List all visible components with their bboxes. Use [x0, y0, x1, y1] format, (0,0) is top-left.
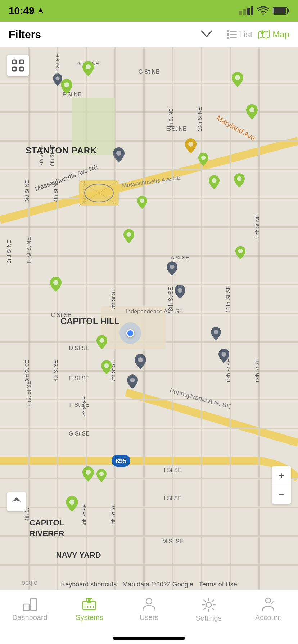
wifi-icon [257, 6, 269, 15]
svg-rect-5 [287, 9, 289, 12]
green-pin[interactable] [66, 496, 78, 512]
gray-pin[interactable] [211, 327, 221, 340]
zoom-in-button[interactable]: + [272, 466, 291, 485]
svg-rect-7 [227, 30, 229, 32]
filters-label: Filters [9, 28, 201, 41]
green-pin[interactable] [137, 196, 147, 209]
svg-rect-9 [227, 37, 229, 39]
svg-point-114 [69, 499, 75, 505]
green-pin[interactable] [123, 229, 134, 243]
svg-point-115 [55, 76, 59, 80]
systems-label: Systems [76, 613, 103, 622]
svg-point-104 [212, 178, 216, 183]
filter-bar: Filters List Map [0, 22, 298, 47]
green-pin[interactable] [246, 104, 258, 119]
green-pin[interactable] [82, 61, 94, 76]
svg-point-111 [104, 363, 109, 368]
green-pin[interactable] [101, 360, 112, 374]
gray-pin[interactable] [53, 73, 62, 86]
keyboard-shortcuts-link[interactable]: Keyboard shortcuts [61, 581, 117, 588]
bottom-nav: Dashboard Systems Users Settin [0, 590, 298, 644]
svg-point-116 [116, 151, 121, 156]
nav-settings[interactable]: Settings [179, 598, 239, 622]
svg-rect-3 [251, 6, 253, 15]
dashboard-label: Dashboard [12, 613, 48, 622]
my-location-button[interactable] [7, 492, 26, 511]
map-label: Map [272, 29, 289, 40]
svg-point-101 [235, 75, 240, 80]
map-container[interactable]: 695 G St NE F St NE E St NE A St SE C St… [0, 47, 298, 590]
green-pin[interactable] [198, 152, 208, 166]
gray-pin[interactable] [175, 285, 185, 299]
zoom-controls: + − [272, 466, 291, 504]
green-pin[interactable] [209, 175, 220, 189]
map-view-button[interactable]: Map [258, 29, 289, 40]
zoom-out-button[interactable]: − [272, 485, 291, 504]
status-icons [239, 6, 289, 15]
svg-point-99 [86, 64, 91, 69]
svg-point-106 [140, 199, 144, 203]
terms-of-use-link[interactable]: Terms of Use [199, 581, 237, 588]
nav-systems[interactable]: Systems [60, 598, 119, 622]
view-toggle: List Map [227, 29, 289, 40]
signal-icon [239, 6, 253, 15]
green-pin[interactable] [82, 466, 94, 482]
green-pin[interactable] [96, 469, 107, 482]
user-location [119, 322, 141, 344]
nav-dashboard[interactable]: Dashboard [0, 598, 60, 622]
svg-point-109 [238, 249, 243, 253]
chevron-down-icon[interactable] [201, 30, 212, 37]
gray-pin[interactable] [127, 374, 138, 389]
gray-pin[interactable] [218, 349, 229, 363]
map-icon [258, 29, 270, 40]
svg-rect-0 [239, 11, 242, 15]
svg-point-118 [177, 288, 182, 293]
green-pin[interactable] [61, 79, 72, 94]
gray-pin[interactable] [167, 261, 177, 276]
svg-rect-128 [23, 604, 29, 611]
svg-rect-125 [20, 60, 23, 64]
filter-chevron-icon[interactable] [201, 29, 212, 40]
svg-rect-126 [13, 67, 16, 71]
gray-pin[interactable] [135, 354, 146, 369]
settings-icon [202, 598, 216, 612]
svg-rect-124 [13, 60, 16, 64]
frame-icon [12, 59, 24, 72]
svg-rect-6 [274, 8, 286, 14]
svg-point-120 [138, 357, 143, 362]
gray-pin[interactable] [113, 147, 125, 162]
nav-account[interactable]: Account [238, 598, 298, 622]
map-pins-container: + − Keyboard shortcuts Map data ©2022 Go… [0, 47, 298, 590]
svg-point-108 [53, 280, 58, 285]
svg-point-112 [86, 470, 91, 475]
list-view-button[interactable]: List [227, 29, 252, 40]
settings-label: Settings [195, 614, 221, 622]
svg-point-100 [64, 82, 69, 87]
svg-rect-12 [230, 37, 237, 38]
green-pin[interactable] [235, 246, 245, 259]
green-pin[interactable] [234, 173, 245, 188]
svg-point-139 [206, 602, 211, 607]
systems-icon [81, 598, 97, 611]
home-indicator [113, 637, 185, 640]
green-pin[interactable] [50, 277, 62, 292]
svg-point-140 [266, 598, 271, 603]
users-icon [141, 598, 157, 611]
green-pin[interactable] [96, 335, 107, 349]
svg-rect-11 [230, 34, 237, 35]
frame-selector-button[interactable] [7, 55, 29, 76]
account-icon [261, 598, 275, 611]
yellow-pin[interactable] [185, 138, 197, 153]
svg-point-107 [126, 232, 131, 237]
svg-point-113 [99, 472, 104, 476]
svg-rect-2 [247, 8, 250, 15]
battery-icon [273, 6, 289, 15]
svg-rect-127 [20, 67, 23, 71]
svg-rect-8 [227, 33, 229, 36]
svg-point-119 [214, 330, 218, 334]
green-pin[interactable] [232, 72, 243, 87]
svg-point-117 [170, 264, 174, 269]
map-attribution: Keyboard shortcuts Map data ©2022 Google… [0, 581, 298, 588]
users-label: Users [140, 613, 158, 622]
nav-users[interactable]: Users [119, 598, 179, 622]
